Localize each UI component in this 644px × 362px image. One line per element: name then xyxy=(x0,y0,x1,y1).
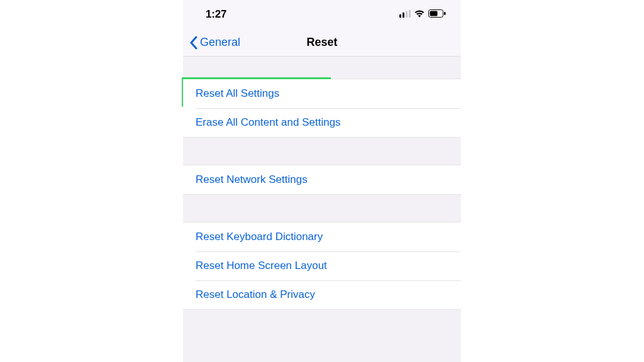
nav-bar: General Reset xyxy=(183,29,461,57)
row-label: Reset Network Settings xyxy=(196,173,308,185)
back-label: General xyxy=(200,36,240,49)
row-erase-all[interactable]: Erase All Content and Settings xyxy=(183,108,461,137)
wifi-icon xyxy=(414,9,425,20)
back-button[interactable]: General xyxy=(189,36,240,50)
row-reset-location-privacy[interactable]: Reset Location & Privacy xyxy=(183,280,461,309)
row-reset-home[interactable]: Reset Home Screen Layout xyxy=(183,251,461,280)
svg-rect-0 xyxy=(399,14,401,18)
row-reset-all-settings[interactable]: Reset All Settings xyxy=(183,79,461,108)
status-bar: 1:27 xyxy=(183,0,461,29)
row-label: Reset Home Screen Layout xyxy=(196,260,327,272)
group-1: Reset All Settings Erase All Content and… xyxy=(183,79,461,138)
phone-frame: 1:27 xyxy=(183,0,461,362)
chevron-left-icon xyxy=(189,36,197,50)
cellular-icon xyxy=(399,9,411,20)
section-gap xyxy=(183,310,461,362)
group-3: Reset Keyboard Dictionary Reset Home Scr… xyxy=(183,222,461,310)
svg-rect-1 xyxy=(402,13,404,18)
section-gap xyxy=(183,138,461,165)
svg-rect-6 xyxy=(444,12,446,15)
row-label: Reset Location & Privacy xyxy=(196,288,315,300)
status-time: 1:27 xyxy=(206,8,226,21)
row-reset-keyboard[interactable]: Reset Keyboard Dictionary xyxy=(183,222,461,251)
section-gap xyxy=(183,57,461,79)
svg-rect-5 xyxy=(430,11,438,16)
battery-icon xyxy=(428,9,446,20)
row-label: Erase All Content and Settings xyxy=(196,116,341,128)
group-2: Reset Network Settings xyxy=(183,165,461,195)
svg-rect-3 xyxy=(409,10,411,18)
section-gap xyxy=(183,195,461,222)
row-label: Reset All Settings xyxy=(196,87,279,99)
row-reset-network[interactable]: Reset Network Settings xyxy=(183,165,461,194)
status-icons xyxy=(399,9,446,20)
svg-rect-2 xyxy=(406,11,408,18)
row-label: Reset Keyboard Dictionary xyxy=(196,231,323,243)
